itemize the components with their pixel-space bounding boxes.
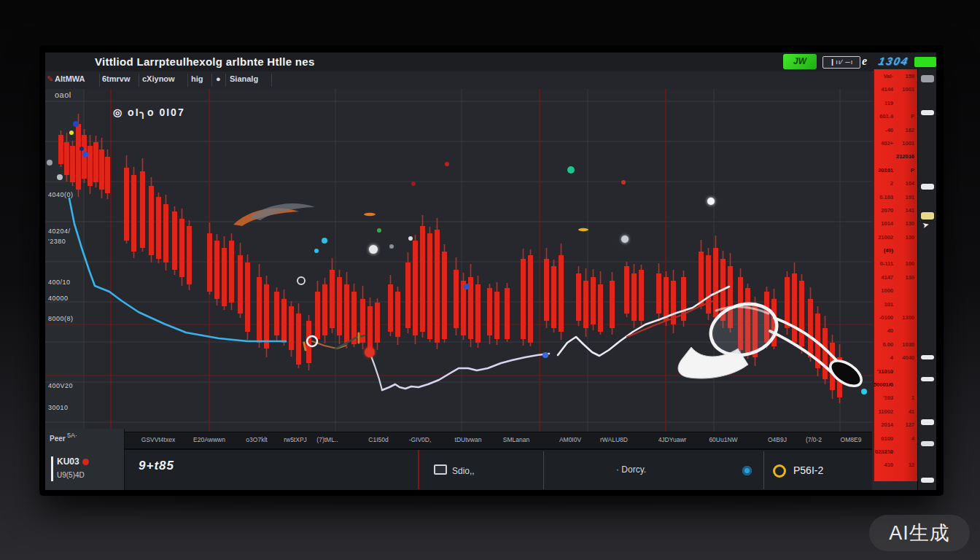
axis-corner-label: Peer (50, 435, 66, 443)
scrollbar-track[interactable]: ➤ (917, 69, 936, 490)
candle-body (58, 135, 63, 164)
record-dot-icon (82, 459, 89, 465)
monitor-icon (434, 464, 447, 475)
scatter-dot (621, 180, 626, 184)
quote-row[interactable]: '11010 (874, 368, 917, 381)
interval-selector[interactable]: ❙ıı∕ ─ı (822, 56, 860, 69)
scatter-dot (389, 244, 394, 249)
candle-body (156, 197, 161, 259)
quote-row[interactable]: 4147130 (874, 274, 917, 287)
draw-icon[interactable]: ✎ (47, 74, 53, 84)
e-icon[interactable]: e (862, 55, 867, 68)
orange-tick-2-line (304, 343, 306, 350)
time-tick: GSVVt4txex (141, 436, 175, 443)
quote-row[interactable]: 601.4P (874, 113, 917, 126)
candle-body (124, 168, 129, 241)
quote-value-left: (49) (884, 247, 893, 254)
time-tick: rw5tXPJ (284, 436, 307, 443)
candle-body (140, 171, 145, 248)
scrollbar-thumb[interactable] (921, 75, 934, 82)
quote-row[interactable]: 41012 (874, 462, 917, 475)
quote-value-left: 21002 (878, 234, 893, 241)
price-chart[interactable]: oaol ◎ oI╮o 0I07 4040(0)40204/'2380400/1… (45, 89, 872, 432)
quote-row[interactable]: 0.103191 (874, 194, 917, 207)
quote-row[interactable]: 50001/0 (874, 381, 917, 394)
quote-value-right: P (911, 167, 914, 174)
scatter-dot (314, 249, 319, 253)
quote-row[interactable]: Val·159 (874, 73, 917, 86)
scrollbar-thumb[interactable] (921, 419, 934, 425)
quote-value-right: 191 (905, 194, 914, 201)
scrollbar-thumb[interactable] (921, 110, 934, 115)
quote-row[interactable]: 40 (874, 327, 917, 341)
scrollbar-thumb[interactable] (921, 478, 934, 483)
screen-menu-item[interactable]: Sdio,, (434, 464, 475, 476)
scrollbar-thumb[interactable] (921, 377, 934, 381)
quote-row[interactable]: 212016 (874, 153, 917, 166)
quote-row[interactable]: (49) (874, 247, 917, 260)
time-axis: 2111A/wounGSVVt4txexE20Awwwno3O7kltrw5tX… (45, 432, 872, 449)
quote-row[interactable]: -40162 (874, 127, 917, 140)
candle-body (375, 303, 380, 343)
quote-row[interactable]: 402+1001 (874, 140, 917, 153)
toolbar-item-0[interactable]: AItMWA (55, 74, 85, 83)
candlestick-canvas[interactable] (45, 89, 872, 432)
quote-value-left: 0.00 (882, 341, 893, 348)
quote-row[interactable]: 119 (874, 100, 917, 113)
scrollbar-thumb[interactable] (921, 355, 934, 359)
scatter-dot (298, 277, 305, 284)
scatter-dot (57, 174, 63, 180)
quote-row[interactable]: 0.001030 (874, 341, 917, 354)
toolbar-item-3[interactable]: hig (191, 74, 203, 83)
quote-row[interactable]: 1014130 (874, 220, 917, 233)
scrollbar-thumb[interactable] (921, 184, 934, 190)
chart-legend: ◎ oI╮o 0I07 (113, 106, 185, 118)
yellow-ring-icon[interactable] (773, 464, 786, 478)
candle-body (528, 255, 533, 343)
candle-body (99, 149, 104, 190)
blue-status-icon[interactable] (742, 466, 752, 475)
candle-body (322, 284, 327, 335)
quote-row[interactable]: 2014127 (874, 421, 917, 435)
mid-menu-item[interactable]: · Dorcy. (616, 464, 646, 475)
mouse-cursor-icon: ➤ (922, 219, 930, 230)
quote-row[interactable]: 2070141 (874, 207, 917, 220)
candle-body (93, 142, 98, 182)
quote-row[interactable]: 101 (874, 301, 917, 314)
quote-panel[interactable]: Val·15941441001119601.4P-40162402+100121… (874, 69, 917, 481)
time-tick: AM0I0V (559, 436, 581, 443)
candle-body (388, 284, 393, 332)
scatter-dot (567, 166, 575, 174)
quote-value-right: 104 (905, 180, 914, 187)
quote-row[interactable]: '1031 (874, 394, 917, 408)
quote-value-right: 159 (905, 73, 914, 79)
quote-row[interactable]: 2104 (874, 180, 917, 193)
quote-value-right: 1001 (902, 86, 914, 93)
toolbar-item-4[interactable]: ● (216, 74, 221, 83)
candle-body (505, 288, 510, 339)
scrollbar-thumb[interactable] (921, 441, 934, 446)
quote-row[interactable]: 0-111100 (874, 260, 917, 273)
quote-value-left: 2014 (881, 421, 893, 428)
quote-row[interactable]: 023210 (874, 448, 917, 462)
quote-value-left: -0100 (879, 314, 893, 321)
chart-toolbar: ✎ AItMWA6tmrvwcXiynowhig●Sianalg (45, 71, 872, 90)
toolbar-item-1[interactable]: 6tmrvw (102, 74, 131, 83)
toolbar-item-2[interactable]: cXiynow (142, 74, 175, 83)
quote-value-left: 4144 (881, 86, 893, 93)
quote-row[interactable]: 1000 (874, 287, 917, 300)
quote-row[interactable]: 01004 (874, 435, 917, 448)
toolbar-item-5[interactable]: Sianalg (230, 74, 258, 83)
quote-row[interactable]: 1100241 (874, 408, 917, 421)
candle-body (257, 277, 262, 343)
candle-body (264, 284, 269, 349)
buy-button[interactable]: JW (783, 54, 817, 69)
scrollbar-thumb[interactable] (921, 212, 934, 219)
quote-row[interactable]: 21002130 (874, 234, 917, 247)
scatter-dot (445, 162, 449, 166)
quote-row[interactable]: 44040 (874, 354, 917, 368)
chart-corner-label: oaol (55, 90, 71, 99)
quote-row[interactable]: 41441001 (874, 86, 917, 99)
quote-row[interactable]: 20101P (874, 167, 917, 180)
quote-row[interactable]: -01001300 (874, 314, 917, 327)
